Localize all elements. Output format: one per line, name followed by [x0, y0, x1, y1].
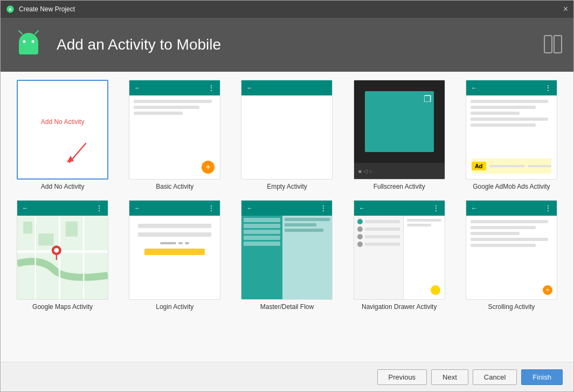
no-activity-thumb: Add No Activity [17, 80, 108, 180]
master-list [241, 216, 282, 299]
svg-rect-12 [554, 36, 562, 53]
activity-item-login[interactable]: ← ⋮ [121, 197, 229, 313]
empty-activity-thumb: ← [241, 80, 333, 180]
no-activity-label: Add No Activity [41, 183, 85, 190]
scrolling-activity-thumb: ← ⋮ + [466, 200, 557, 300]
activity-item-admob[interactable]: ← ⋮ [458, 77, 565, 193]
finish-button[interactable]: Finish [521, 369, 563, 385]
activity-item-no-activity[interactable]: Add No Activity Add No Activity [9, 77, 116, 193]
header-title: Add an Activity to Mobile [57, 36, 221, 53]
back-icon: ← [134, 84, 141, 92]
fullscreen-activity-thumb: ❐ ■ ◁ ○ [354, 80, 445, 180]
basic-fab: + [202, 161, 215, 174]
svg-rect-10 [32, 47, 36, 54]
overflow-icon: ⋮ [320, 204, 328, 212]
maps-activity-thumb: ← ⋮ [17, 200, 108, 300]
login-activity-label: Login Activity [156, 303, 193, 311]
close-button[interactable]: × [563, 5, 568, 13]
title-bar: A Create New Project × [1, 1, 573, 18]
scrolling-fab: + [543, 285, 552, 295]
back-icon: ← [358, 204, 366, 212]
back-icon: ← [134, 204, 141, 212]
svg-point-24 [54, 248, 59, 253]
scrolling-content: + [466, 216, 557, 299]
admob-activity-label: Google AdMob Ads Activity [473, 183, 550, 190]
svg-rect-11 [544, 36, 552, 53]
empty-activity-label: Empty Activity [267, 183, 307, 190]
android-title-icon: A [6, 5, 15, 13]
overflow-icon: ⋮ [95, 204, 103, 212]
empty-content [241, 95, 332, 179]
admob-activity-thumb: ← ⋮ [466, 80, 557, 180]
header: Add an Activity to Mobile [1, 18, 573, 72]
previous-button[interactable]: Previous [377, 369, 427, 385]
fullscreen-activity-label: Fullscreen Activity [374, 183, 425, 190]
svg-line-7 [19, 31, 22, 34]
master-detail-content [241, 216, 332, 299]
ad-badge: Ad [472, 162, 486, 170]
next-button[interactable]: Next [431, 369, 468, 385]
nav-drawer-label: Navigation Drawer Activity [362, 303, 437, 311]
overflow-icon: ⋮ [208, 204, 216, 212]
back-icon: ← [471, 84, 478, 92]
svg-text:A: A [9, 7, 12, 12]
login-content [129, 216, 220, 299]
activity-item-fullscreen[interactable]: ❐ ■ ◁ ○ Fullscreen Activity [345, 77, 453, 193]
ad-banner: Ad [472, 159, 551, 174]
cancel-button[interactable]: Cancel [473, 369, 517, 385]
no-activity-inner-text: Add No Activity [41, 118, 85, 126]
activity-grid: Add No Activity Add No Activity [9, 77, 565, 313]
svg-point-6 [32, 40, 34, 43]
basic-content: + [129, 95, 220, 179]
nav-drawer-thumb: ← ⋮ [354, 200, 445, 300]
svg-point-5 [23, 40, 26, 43]
scrolling-activity-label: Scrolling Activity [488, 303, 535, 311]
svg-rect-9 [21, 47, 25, 54]
admob-content: Ad [466, 95, 557, 179]
svg-line-8 [35, 31, 38, 34]
nav-fab [431, 285, 440, 295]
activity-item-scrolling[interactable]: ← ⋮ + [458, 197, 565, 313]
detail-pane [282, 216, 332, 299]
header-layout-icon [543, 35, 563, 56]
maps-content [17, 216, 108, 299]
activity-item-maps[interactable]: ← ⋮ [9, 197, 116, 313]
activity-item-master-detail[interactable]: ← ⋮ [233, 197, 341, 313]
svg-rect-20 [23, 222, 32, 233]
content-area: Add No Activity Add No Activity [1, 72, 573, 362]
master-detail-label: Master/Detail Flow [260, 303, 314, 311]
svg-rect-21 [38, 233, 53, 245]
android-logo [11, 27, 46, 62]
overflow-icon: ⋮ [544, 204, 552, 212]
svg-rect-22 [66, 222, 78, 237]
nav-drawer-content [354, 216, 445, 299]
overflow-icon: ⋮ [208, 84, 216, 92]
back-icon: ← [471, 204, 478, 212]
back-icon: ← [246, 204, 253, 212]
basic-activity-label: Basic Activity [156, 183, 193, 190]
maps-activity-label: Google Maps Activity [32, 303, 93, 311]
master-detail-thumb: ← ⋮ [241, 200, 333, 300]
login-activity-thumb: ← ⋮ [129, 200, 220, 300]
activity-item-nav-drawer[interactable]: ← ⋮ [345, 197, 453, 313]
title-bar-text: Create New Project [19, 5, 563, 13]
activity-item-empty[interactable]: ← Empty Activity [233, 77, 341, 193]
activity-item-basic[interactable]: ← ⋮ + [121, 77, 229, 193]
overflow-icon: ⋮ [432, 204, 440, 212]
basic-activity-thumb: ← ⋮ + [129, 80, 220, 180]
red-arrow-icon [64, 141, 91, 168]
footer: Previous Next Cancel Finish [1, 362, 573, 391]
overflow-icon: ⋮ [544, 84, 552, 92]
activity-grid-area: Add No Activity Add No Activity [1, 72, 573, 362]
main-window: A Create New Project × Add an Activity t… [0, 0, 574, 392]
back-icon: ← [22, 204, 29, 212]
back-icon: ← [246, 84, 253, 92]
